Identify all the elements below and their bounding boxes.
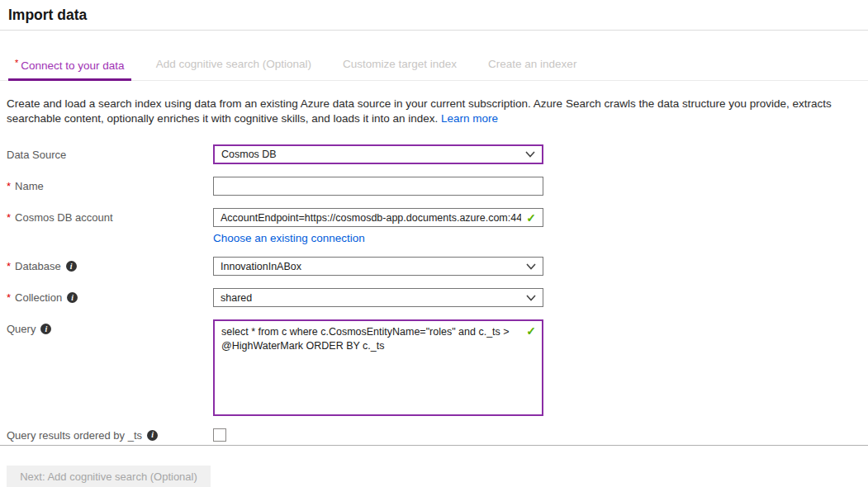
chevron-down-icon [526, 263, 536, 270]
chevron-down-icon [526, 295, 536, 301]
data-source-value: Cosmos DB [221, 149, 277, 160]
connect-form: Data Source Cosmos DB * Name * Cosmos DB… [0, 144, 868, 446]
tab-create-an-indexer[interactable]: Create an indexer [481, 58, 583, 80]
name-label: * Name [7, 180, 213, 192]
data-source-select[interactable]: Cosmos DB [213, 144, 543, 164]
tab-label: Connect to your data [21, 59, 124, 72]
page-header: Import data [0, 0, 868, 31]
name-input[interactable] [221, 181, 536, 192]
info-icon[interactable]: i [67, 292, 78, 303]
ordered-by-ts-label: Query results ordered by _ts i [7, 429, 213, 442]
tab-label: Create an indexer [488, 58, 576, 70]
query-field-box: select * from c where c.CosmosEntityName… [213, 319, 543, 416]
info-icon[interactable]: i [40, 324, 51, 334]
name-row: * Name [7, 177, 868, 196]
wizard-tabbar: *Connect to your data Add cognitive sear… [0, 58, 868, 81]
chevron-down-icon [525, 151, 535, 158]
learn-more-link[interactable]: Learn more [441, 112, 498, 125]
database-label: * Database i [7, 260, 213, 272]
valid-check-icon: ✓ [526, 212, 536, 224]
database-row: * Database i InnovationInABox [7, 257, 868, 276]
database-select[interactable]: InnovationInABox [213, 257, 543, 276]
collection-value: shared [221, 292, 252, 304]
ordered-by-ts-row: Query results ordered by _ts i [0, 428, 868, 446]
tab-add-cognitive-search[interactable]: Add cognitive search (Optional) [149, 58, 318, 80]
required-asterisk: * [7, 291, 11, 304]
collection-row: * Collection i shared [7, 288, 868, 307]
next-add-cognitive-search-button[interactable]: Next: Add cognitive search (Optional) [7, 466, 211, 487]
database-value: InnovationInABox [221, 261, 301, 272]
collection-select[interactable]: shared [213, 288, 543, 307]
query-textarea[interactable]: select * from c where c.CosmosEntityName… [215, 321, 542, 414]
query-label: Query i [7, 323, 213, 335]
tab-connect-to-your-data[interactable]: *Connect to your data [8, 58, 131, 81]
choose-existing-connection-link[interactable]: Choose an existing connection [213, 232, 365, 244]
page-description: Create and load a search index using dat… [7, 97, 861, 125]
tab-label: Customize target index [343, 58, 457, 70]
collection-label: * Collection i [7, 291, 213, 304]
name-field-box [213, 177, 543, 196]
cosmos-account-row: * Cosmos DB account ✓ Choose an existing… [7, 208, 868, 244]
query-row: Query i select * from c where c.CosmosEn… [7, 319, 868, 416]
page-title: Import data [8, 7, 860, 24]
cosmos-account-field-box: ✓ [213, 208, 543, 227]
cosmos-account-input[interactable] [221, 212, 521, 224]
required-asterisk: * [15, 58, 18, 68]
tab-customize-target-index[interactable]: Customize target index [336, 58, 463, 80]
valid-check-icon: ✓ [526, 325, 536, 337]
required-asterisk: * [7, 180, 11, 192]
ordered-by-ts-checkbox[interactable] [213, 428, 226, 442]
description-text: Create and load a search index using dat… [7, 97, 832, 125]
info-icon[interactable]: i [147, 430, 158, 441]
data-source-label: Data Source [7, 149, 213, 161]
required-asterisk: * [7, 260, 11, 272]
info-icon[interactable]: i [66, 261, 77, 272]
cosmos-account-label: * Cosmos DB account [7, 211, 213, 224]
required-asterisk: * [7, 211, 11, 224]
data-source-row: Data Source Cosmos DB [7, 144, 868, 164]
tab-label: Add cognitive search (Optional) [156, 58, 311, 70]
